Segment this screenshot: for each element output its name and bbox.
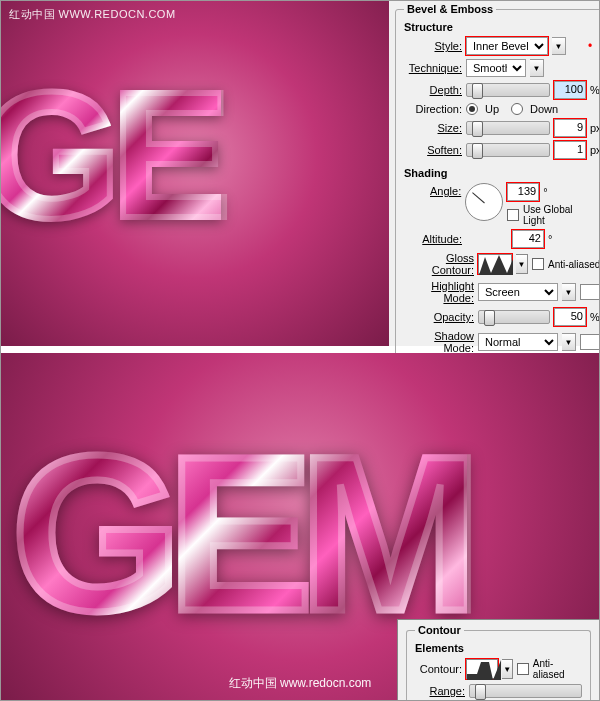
chevron-down-icon[interactable]: ▼: [516, 254, 528, 274]
altitude-unit: °: [548, 233, 562, 245]
elements-legend: Elements: [415, 642, 582, 654]
altitude-label: Altitude:: [404, 233, 462, 245]
angle-label: Angle:: [404, 183, 461, 197]
chevron-down-icon[interactable]: ▼: [530, 59, 544, 77]
style-select[interactable]: Inner Bevel: [466, 37, 548, 55]
gloss-contour-label: Gloss Contour:: [404, 252, 474, 276]
preview-canvas-top: 红动中国 WWW.REDOCN.COM GE: [1, 1, 389, 346]
marker-icon: •: [588, 39, 592, 53]
size-slider[interactable]: [466, 121, 550, 135]
preview-canvas-bottom: GEM PS www.psahz.com 红动中国 www.redocn.com…: [1, 353, 599, 700]
technique-select[interactable]: Smooth: [466, 59, 526, 77]
direction-label: Direction:: [404, 103, 462, 115]
range-label: Range:: [415, 685, 465, 697]
chevron-down-icon[interactable]: ▼: [562, 283, 576, 301]
angle-dial[interactable]: [465, 183, 503, 221]
contour-label: Contour:: [415, 663, 462, 675]
global-light-label: Use Global Light: [523, 204, 596, 226]
anti-aliased-checkbox[interactable]: [532, 258, 544, 270]
direction-up-label: Up: [485, 103, 499, 115]
direction-up-radio[interactable]: [466, 103, 478, 115]
soften-label: Soften:: [404, 144, 462, 156]
chevron-down-icon[interactable]: ▼: [552, 37, 566, 55]
depth-slider[interactable]: [466, 83, 550, 97]
soften-unit: px: [590, 144, 600, 156]
soften-slider[interactable]: [466, 143, 550, 157]
watermark-bottom: 红动中国 www.redocn.com: [229, 675, 372, 692]
shadow-mode-label: Shadow Mode:: [404, 330, 474, 354]
highlight-mode-label: Highlight Mode:: [404, 280, 474, 304]
depth-label: Depth:: [404, 84, 462, 96]
global-light-checkbox[interactable]: [507, 209, 519, 221]
gem-text-top: GE: [1, 51, 221, 258]
bevel-title: Bevel & Emboss: [404, 3, 496, 15]
depth-unit: %: [590, 84, 600, 96]
structure-legend: Structure: [404, 21, 600, 33]
technique-label: Technique:: [404, 62, 462, 74]
bevel-emboss-fieldset: Bevel & Emboss Structure Style: Inner Be…: [395, 3, 600, 389]
direction-down-radio[interactable]: [511, 103, 523, 115]
contour-panel: Contour Elements Contour: ▼ Anti-aliased…: [397, 619, 599, 700]
soften-input[interactable]: 1: [554, 141, 586, 159]
angle-unit: °: [543, 186, 557, 198]
angle-input[interactable]: 139: [507, 183, 539, 201]
size-input[interactable]: 9: [554, 119, 586, 137]
anti-aliased-checkbox-bottom[interactable]: [517, 663, 528, 675]
watermark-top: 红动中国 WWW.REDOCN.COM: [9, 7, 176, 22]
gloss-contour-picker[interactable]: [478, 254, 512, 274]
hl-opacity-unit: %: [590, 311, 600, 323]
anti-aliased-label-bottom: Anti-aliased: [533, 658, 582, 680]
altitude-input[interactable]: 42: [512, 230, 544, 248]
shadow-color-swatch[interactable]: [580, 334, 600, 350]
highlight-mode-select[interactable]: Screen: [478, 283, 558, 301]
highlight-color-swatch[interactable]: [580, 284, 600, 300]
direction-down-label: Down: [530, 103, 558, 115]
contour-picker[interactable]: [466, 659, 498, 679]
chevron-down-icon[interactable]: ▼: [562, 333, 576, 351]
size-label: Size:: [404, 122, 462, 134]
chevron-down-icon[interactable]: ▼: [502, 659, 513, 679]
style-label: Style:: [404, 40, 462, 52]
shading-legend: Shading: [404, 167, 600, 179]
contour-fieldset: Contour Elements Contour: ▼ Anti-aliased…: [406, 624, 591, 700]
hl-opacity-input[interactable]: 50: [554, 308, 586, 326]
shadow-mode-select[interactable]: Normal: [478, 333, 558, 351]
bevel-emboss-panel: Bevel & Emboss Structure Style: Inner Be…: [389, 1, 599, 346]
hl-opacity-label: Opacity:: [404, 311, 474, 323]
contour-title: Contour: [415, 624, 464, 636]
depth-input[interactable]: 100: [554, 81, 586, 99]
range-slider[interactable]: [469, 684, 582, 698]
hl-opacity-slider[interactable]: [478, 310, 550, 324]
anti-aliased-label: Anti-aliased: [548, 259, 600, 270]
size-unit: px: [590, 122, 600, 134]
